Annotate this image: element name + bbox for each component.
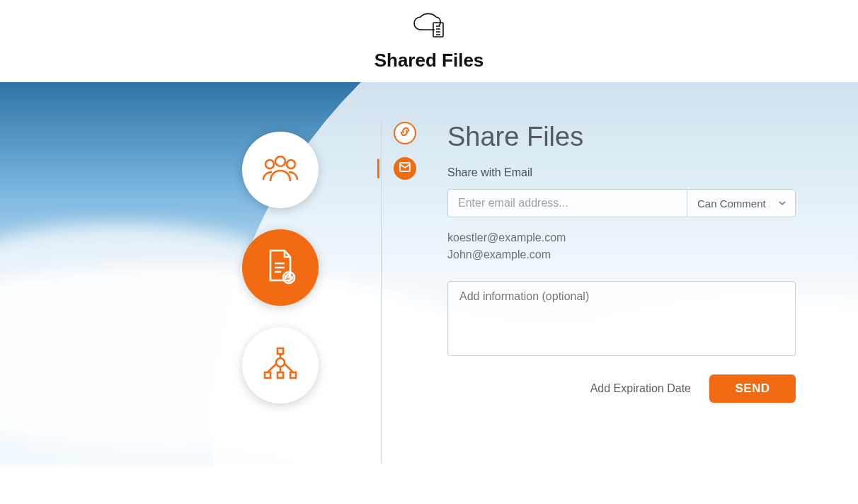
- permission-selected-label: Can Comment: [697, 197, 766, 210]
- feature-users-button[interactable]: [242, 132, 319, 208]
- recipient-list: koestler@example.com John@example.com: [447, 231, 796, 261]
- svg-rect-8: [278, 372, 283, 378]
- form-subtitle: Share with Email: [447, 166, 796, 179]
- share-mode-toggle: [394, 122, 416, 180]
- svg-point-3: [287, 160, 295, 168]
- svg-rect-5: [278, 348, 283, 354]
- feature-share-file-button[interactable]: [242, 229, 319, 306]
- org-chart-icon: [261, 345, 300, 385]
- users-icon: [261, 151, 300, 188]
- recipient-item[interactable]: koestler@example.com: [447, 231, 796, 244]
- page-header: Shared Files: [0, 0, 858, 82]
- cloud-doc-icon: [412, 11, 446, 42]
- share-email-toggle[interactable]: [394, 157, 416, 180]
- mail-icon: [399, 162, 411, 175]
- svg-rect-9: [290, 372, 296, 378]
- hero-section: Share Files Share with Email Can Comment…: [0, 82, 858, 467]
- svg-point-2: [265, 160, 274, 168]
- link-icon: [399, 125, 411, 141]
- svg-point-6: [276, 358, 285, 367]
- svg-rect-7: [265, 372, 270, 378]
- page-title: Shared Files: [374, 50, 484, 71]
- share-form: Share Files Share with Email Can Comment…: [447, 122, 796, 403]
- share-link-toggle[interactable]: [394, 122, 416, 144]
- vertical-divider: [381, 120, 382, 463]
- email-input[interactable]: [447, 189, 687, 217]
- send-button[interactable]: SEND: [709, 374, 796, 403]
- svg-point-1: [275, 156, 285, 166]
- recipient-item[interactable]: John@example.com: [447, 248, 796, 261]
- permission-select[interactable]: Can Comment: [687, 189, 796, 217]
- file-link-icon: [263, 246, 298, 289]
- feature-org-chart-button[interactable]: [242, 327, 319, 403]
- chevron-down-icon: [778, 197, 786, 210]
- form-footer: Add Expiration Date SEND: [447, 374, 796, 403]
- add-expiration-link[interactable]: Add Expiration Date: [590, 382, 691, 395]
- email-row: Can Comment: [447, 189, 796, 217]
- feature-column: [231, 132, 330, 403]
- active-toggle-indicator: [377, 159, 379, 178]
- form-title: Share Files: [447, 122, 796, 152]
- message-input[interactable]: [447, 281, 796, 356]
